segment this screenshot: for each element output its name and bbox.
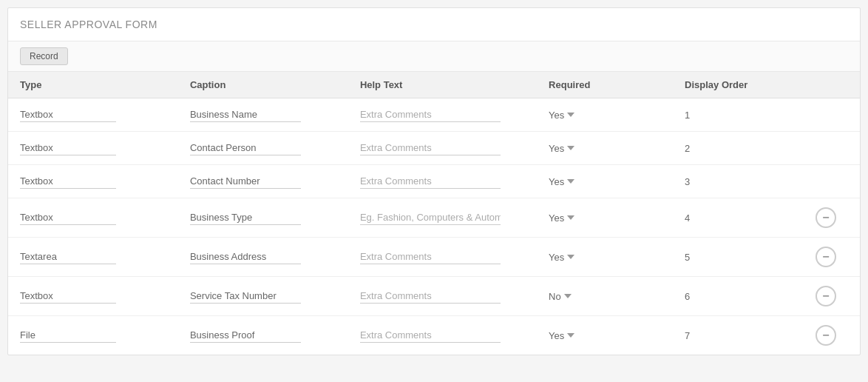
type-cell bbox=[8, 238, 178, 277]
helptext-cell bbox=[348, 277, 537, 316]
required-dropdown-arrow[interactable] bbox=[564, 294, 572, 298]
caption-cell bbox=[178, 198, 348, 238]
required-dropdown-arrow[interactable] bbox=[567, 179, 574, 184]
helptext-input[interactable] bbox=[360, 174, 501, 189]
type-cell bbox=[8, 132, 178, 165]
page-wrapper: SELLER APPROVAL FORM Record Type Caption… bbox=[0, 0, 868, 382]
required-cell: Yes bbox=[537, 198, 673, 238]
helptext-cell bbox=[348, 132, 537, 165]
type-input[interactable] bbox=[20, 210, 116, 225]
caption-input[interactable] bbox=[190, 249, 301, 264]
helptext-input[interactable] bbox=[360, 328, 501, 343]
col-header-display-order: Display Order bbox=[673, 72, 792, 98]
type-cell bbox=[8, 165, 178, 198]
caption-cell bbox=[178, 98, 348, 132]
table-header-row: Type Caption Help Text Required Display … bbox=[8, 72, 860, 98]
caption-cell bbox=[178, 132, 348, 165]
helptext-cell bbox=[348, 165, 537, 198]
col-header-action bbox=[792, 72, 860, 98]
helptext-input[interactable] bbox=[360, 210, 501, 225]
caption-input[interactable] bbox=[190, 107, 301, 122]
type-input[interactable] bbox=[20, 289, 116, 304]
caption-cell bbox=[178, 277, 348, 316]
caption-input[interactable] bbox=[190, 141, 301, 155]
action-cell: − bbox=[792, 316, 860, 355]
display-order-cell: 4 bbox=[673, 198, 792, 238]
required-cell: Yes bbox=[537, 316, 673, 355]
data-table: Type Caption Help Text Required Display … bbox=[8, 72, 860, 355]
action-cell: − bbox=[792, 238, 860, 277]
col-header-type: Type bbox=[8, 72, 178, 98]
form-container: SELLER APPROVAL FORM Record Type Caption… bbox=[7, 7, 861, 355]
table-row: Yes5− bbox=[8, 238, 860, 277]
required-dropdown-arrow[interactable] bbox=[567, 113, 574, 117]
action-cell bbox=[792, 165, 860, 198]
required-cell: Yes bbox=[537, 165, 673, 198]
type-input[interactable] bbox=[20, 328, 116, 343]
caption-input[interactable] bbox=[190, 210, 301, 225]
display-order-cell: 7 bbox=[673, 316, 792, 355]
caption-input[interactable] bbox=[190, 174, 301, 189]
helptext-cell bbox=[348, 98, 537, 132]
required-dropdown-arrow[interactable] bbox=[567, 215, 574, 220]
table-body: Yes1Yes2Yes3Yes4−Yes5−No6−Yes7− bbox=[8, 98, 860, 355]
toolbar: Record bbox=[8, 41, 860, 72]
helptext-input[interactable] bbox=[360, 289, 501, 304]
required-cell: Yes bbox=[537, 98, 673, 132]
required-dropdown-arrow[interactable] bbox=[567, 333, 574, 338]
type-input[interactable] bbox=[20, 107, 116, 122]
helptext-input[interactable] bbox=[360, 141, 501, 155]
table-row: Yes3 bbox=[8, 165, 860, 198]
required-value: No bbox=[549, 291, 561, 302]
required-dropdown-arrow[interactable] bbox=[567, 255, 574, 259]
type-cell bbox=[8, 98, 178, 132]
required-value: Yes bbox=[549, 330, 564, 341]
remove-button[interactable]: − bbox=[816, 247, 836, 267]
type-cell bbox=[8, 198, 178, 238]
table-row: No6− bbox=[8, 277, 860, 316]
required-value: Yes bbox=[549, 176, 564, 187]
required-cell: No bbox=[537, 277, 673, 316]
add-record-button[interactable]: Record bbox=[20, 47, 68, 65]
caption-input[interactable] bbox=[190, 328, 301, 343]
required-dropdown-arrow[interactable] bbox=[567, 146, 574, 150]
type-input[interactable] bbox=[20, 141, 116, 155]
display-order-cell: 5 bbox=[673, 238, 792, 277]
caption-input[interactable] bbox=[190, 289, 301, 304]
col-header-caption: Caption bbox=[178, 72, 348, 98]
display-order-cell: 1 bbox=[673, 98, 792, 132]
remove-button[interactable]: − bbox=[816, 207, 836, 228]
helptext-cell bbox=[348, 238, 537, 277]
table-wrapper: Type Caption Help Text Required Display … bbox=[8, 72, 860, 355]
type-cell bbox=[8, 316, 178, 355]
action-cell: − bbox=[792, 277, 860, 316]
caption-cell bbox=[178, 165, 348, 198]
helptext-input[interactable] bbox=[360, 249, 501, 264]
required-value: Yes bbox=[549, 212, 564, 224]
remove-button[interactable]: − bbox=[816, 286, 836, 306]
helptext-input[interactable] bbox=[360, 107, 501, 122]
type-cell bbox=[8, 277, 178, 316]
action-cell: − bbox=[792, 198, 860, 238]
table-row: Yes7− bbox=[8, 316, 860, 355]
display-order-cell: 3 bbox=[673, 165, 792, 198]
caption-cell bbox=[178, 238, 348, 277]
type-input[interactable] bbox=[20, 249, 116, 264]
required-cell: Yes bbox=[537, 132, 673, 165]
remove-button[interactable]: − bbox=[816, 325, 836, 346]
display-order-cell: 6 bbox=[673, 277, 792, 316]
required-cell: Yes bbox=[537, 238, 673, 277]
form-title: SELLER APPROVAL FORM bbox=[8, 8, 860, 41]
table-row: Yes4− bbox=[8, 198, 860, 238]
display-order-cell: 2 bbox=[673, 132, 792, 165]
required-value: Yes bbox=[549, 252, 564, 263]
table-row: Yes1 bbox=[8, 98, 860, 132]
action-cell bbox=[792, 98, 860, 132]
col-header-required: Required bbox=[537, 72, 673, 98]
col-header-help-text: Help Text bbox=[348, 72, 537, 98]
helptext-cell bbox=[348, 316, 537, 355]
action-cell bbox=[792, 132, 860, 165]
required-value: Yes bbox=[549, 143, 564, 154]
caption-cell bbox=[178, 316, 348, 355]
type-input[interactable] bbox=[20, 174, 116, 189]
